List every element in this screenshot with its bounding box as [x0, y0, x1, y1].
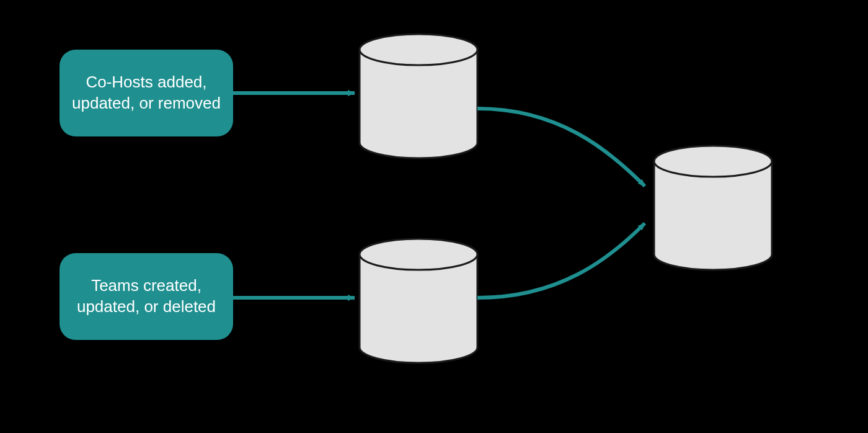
svg-point-2	[654, 146, 772, 177]
flow-cohosting-to-usergroups	[477, 109, 645, 186]
svg-point-1	[360, 239, 477, 270]
event-teams: Teams created, updated, or deleted	[60, 253, 233, 340]
diagram-canvas: Co-Hosts added, updated, or removed Team…	[0, 0, 868, 433]
db-cohosting-label: Co-Hosting	[356, 94, 480, 114]
event-cohosts-label: Co-Hosts added, updated, or removed	[71, 72, 222, 114]
flow-teams-to-usergroups	[477, 223, 645, 298]
db-usergroups-label: User Groups	[651, 206, 775, 225]
db-teams-label: Teams	[356, 299, 480, 318]
event-teams-label: Teams created, updated, or deleted	[71, 275, 222, 318]
svg-point-0	[360, 34, 477, 65]
event-cohosts: Co-Hosts added, updated, or removed	[60, 50, 233, 136]
